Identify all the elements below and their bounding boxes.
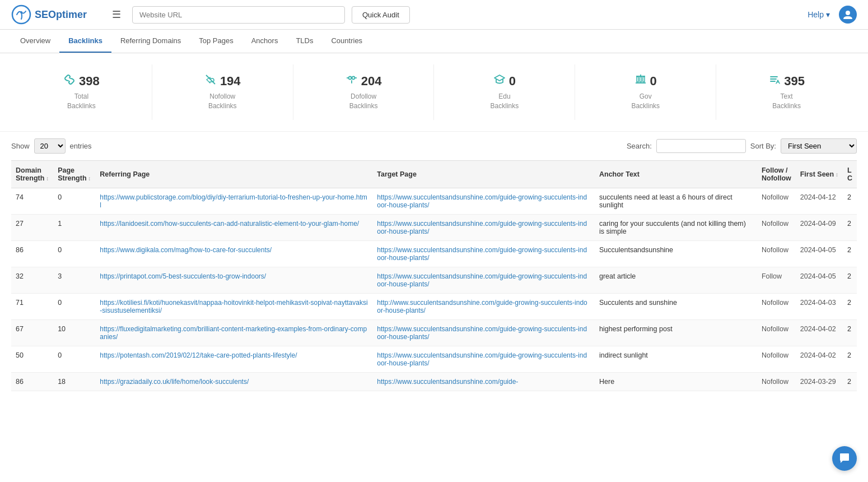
- referring-page-link[interactable]: https://fluxedigitalmarketing.com/brilli…: [100, 325, 367, 341]
- cell-target-page: http://www.succulentsandsunshine.com/gui…: [372, 293, 595, 319]
- help-button[interactable]: Help ▾: [808, 10, 830, 19]
- edu-backlinks-number: 0: [509, 74, 516, 89]
- col-first-seen[interactable]: First Seen: [796, 160, 843, 188]
- help-label: Help: [808, 10, 824, 19]
- col-domain-strength[interactable]: DomainStrength: [11, 160, 53, 188]
- cell-referring-page: https://www.publicstorage.com/blog/diy/d…: [95, 188, 372, 214]
- logo-area: SEOptimer: [11, 4, 101, 25]
- referring-page-link[interactable]: https://kotiliesi.fi/koti/huonekasvit/na…: [100, 299, 367, 314]
- edu-backlinks-label: EduBacklinks: [438, 92, 570, 111]
- nofollow-backlinks-number: 194: [220, 74, 241, 89]
- target-page-link[interactable]: https://www.succulentsandsunshine.com/gu…: [377, 325, 587, 341]
- tab-anchors[interactable]: Anchors: [242, 30, 287, 53]
- header-right: Help ▾: [808, 6, 857, 24]
- tab-backlinks[interactable]: Backlinks: [59, 30, 111, 53]
- gov-backlinks-number: 0: [650, 74, 657, 89]
- table-row: 27 1 https://lanidoesit.com/how-succulen…: [11, 214, 857, 240]
- target-page-link[interactable]: http://www.succulentsandsunshine.com/gui…: [377, 299, 587, 314]
- stat-text-backlinks: 395 TextBacklinks: [716, 64, 857, 120]
- target-page-link[interactable]: https://www.succulentsandsunshine.com/gu…: [377, 272, 587, 288]
- svg-point-2: [846, 11, 850, 15]
- svg-rect-9: [637, 77, 638, 82]
- referring-page-link[interactable]: https://printapot.com/5-best-succulents-…: [100, 272, 266, 280]
- hamburger-menu[interactable]: ☰: [108, 6, 125, 23]
- col-follow: Follow /Nofollow: [757, 160, 796, 188]
- entries-select[interactable]: 10 20 50 100: [34, 138, 66, 154]
- cell-domain-strength: 50: [11, 346, 53, 372]
- tab-tlds[interactable]: TLDs: [287, 30, 322, 53]
- url-input[interactable]: [132, 6, 345, 24]
- text-icon: [768, 73, 781, 89]
- target-page-link[interactable]: https://www.succulentsandsunshine.com/gu…: [377, 351, 587, 367]
- cell-lc: 2: [843, 240, 857, 267]
- cell-page-strength: 0: [53, 293, 95, 319]
- cell-anchor-text: Succulents and sunshine: [595, 293, 757, 319]
- svg-point-4: [348, 77, 351, 80]
- cell-lc: 2: [843, 293, 857, 319]
- col-page-strength[interactable]: PageStrength: [53, 160, 95, 188]
- cell-target-page: https://www.succulentsandsunshine.com/gu…: [372, 267, 595, 293]
- target-page-link[interactable]: https://www.succulentsandsunshine.com/gu…: [377, 246, 587, 262]
- edu-icon: [493, 73, 506, 89]
- gov-backlinks-label: GovBacklinks: [580, 92, 711, 111]
- cell-anchor-text: indirect sunlight: [595, 346, 757, 372]
- stat-gov-backlinks: 0 GovBacklinks: [575, 64, 716, 120]
- tab-referring-domains[interactable]: Referring Domains: [111, 30, 190, 53]
- cell-domain-strength: 71: [11, 293, 53, 319]
- table-controls: Show 10 20 50 100 entries Search: Sort B…: [0, 132, 868, 160]
- cell-anchor-text: Here: [595, 372, 757, 391]
- cell-referring-page: https://fluxedigitalmarketing.com/brilli…: [95, 319, 372, 346]
- cell-page-strength: 1: [53, 214, 95, 240]
- logo-icon: [11, 4, 31, 25]
- referring-page-link[interactable]: https://lanidoesit.com/how-succulents-ca…: [100, 220, 359, 228]
- cell-first-seen: 2024-04-05: [796, 240, 843, 267]
- cell-page-strength: 0: [53, 188, 95, 214]
- cell-follow: Nofollow: [757, 372, 796, 391]
- referring-page-link[interactable]: https://www.digikala.com/mag/how-to-care…: [100, 246, 272, 254]
- search-input[interactable]: [656, 139, 746, 153]
- table-controls-right: Search: Sort By: First Seen Domain Stren…: [627, 138, 857, 154]
- quick-audit-button[interactable]: Quick Audit: [352, 6, 410, 24]
- stat-edu-backlinks: 0 EduBacklinks: [434, 64, 575, 120]
- tab-overview[interactable]: Overview: [11, 30, 59, 53]
- total-backlinks-icon: [63, 73, 76, 89]
- table-row: 74 0 https://www.publicstorage.com/blog/…: [11, 188, 857, 214]
- col-target-page: Target Page: [372, 160, 595, 188]
- col-referring-page: Referring Page: [95, 160, 372, 188]
- referring-page-link[interactable]: https://graziadaily.co.uk/life/home/look…: [100, 378, 249, 386]
- sort-by-label: Sort By:: [750, 142, 776, 150]
- cell-first-seen: 2024-04-12: [796, 188, 843, 214]
- table-row: 86 0 https://www.digikala.com/mag/how-to…: [11, 240, 857, 267]
- user-icon[interactable]: [839, 6, 857, 24]
- help-chevron-icon: ▾: [826, 10, 830, 19]
- referring-page-link[interactable]: https://potentash.com/2019/02/12/take-ca…: [100, 351, 297, 359]
- cell-referring-page: https://potentash.com/2019/02/12/take-ca…: [95, 346, 372, 372]
- target-page-link[interactable]: https://www.succulentsandsunshine.com/gu…: [377, 193, 587, 209]
- referring-page-link[interactable]: https://www.publicstorage.com/blog/diy/d…: [100, 193, 367, 209]
- cell-target-page: https://www.succulentsandsunshine.com/gu…: [372, 319, 595, 346]
- cell-follow: Nofollow: [757, 319, 796, 346]
- dofollow-backlinks-number: 204: [361, 74, 382, 89]
- cell-follow: Nofollow: [757, 188, 796, 214]
- target-page-link[interactable]: https://www.succulentsandsunshine.com/gu…: [377, 378, 518, 386]
- cell-page-strength: 3: [53, 267, 95, 293]
- table-row: 67 10 https://fluxedigitalmarketing.com/…: [11, 319, 857, 346]
- sort-select[interactable]: First Seen Domain Strength Page Strength: [781, 138, 857, 154]
- stat-total-backlinks: 398 TotalBacklinks: [11, 64, 152, 120]
- text-backlinks-number: 395: [784, 74, 805, 89]
- entries-label: entries: [70, 142, 92, 150]
- tab-countries[interactable]: Countries: [322, 30, 371, 53]
- header: SEOptimer ☰ Quick Audit Help ▾: [0, 0, 868, 30]
- target-page-link[interactable]: https://www.succulentsandsunshine.com/gu…: [377, 220, 587, 235]
- cell-target-page: https://www.succulentsandsunshine.com/gu…: [372, 240, 595, 267]
- cell-anchor-text: highest performing post: [595, 319, 757, 346]
- cell-page-strength: 0: [53, 346, 95, 372]
- cell-domain-strength: 74: [11, 188, 53, 214]
- logo-text: SEOptimer: [35, 9, 87, 21]
- tab-top-pages[interactable]: Top Pages: [190, 30, 242, 53]
- cell-lc: 2: [843, 319, 857, 346]
- svg-rect-11: [643, 77, 645, 82]
- cell-target-page: https://www.succulentsandsunshine.com/gu…: [372, 188, 595, 214]
- cell-lc: 2: [843, 267, 857, 293]
- cell-anchor-text: caring for your succulents (and not kill…: [595, 214, 757, 240]
